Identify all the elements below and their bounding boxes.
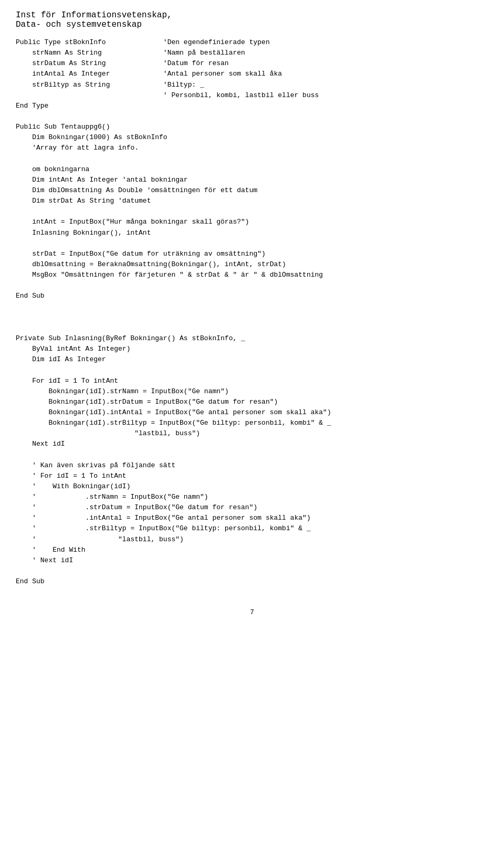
code-content: Public Type stBoknInfo 'Den egendefinier… — [16, 37, 488, 587]
header: Inst för Informationsvetenskap, Data- oc… — [16, 10, 488, 29]
header-line1: Inst för Informationsvetenskap, — [16, 10, 488, 20]
header-line2: Data- och systemvetenskap — [16, 20, 488, 29]
page-number: 7 — [16, 608, 488, 616]
